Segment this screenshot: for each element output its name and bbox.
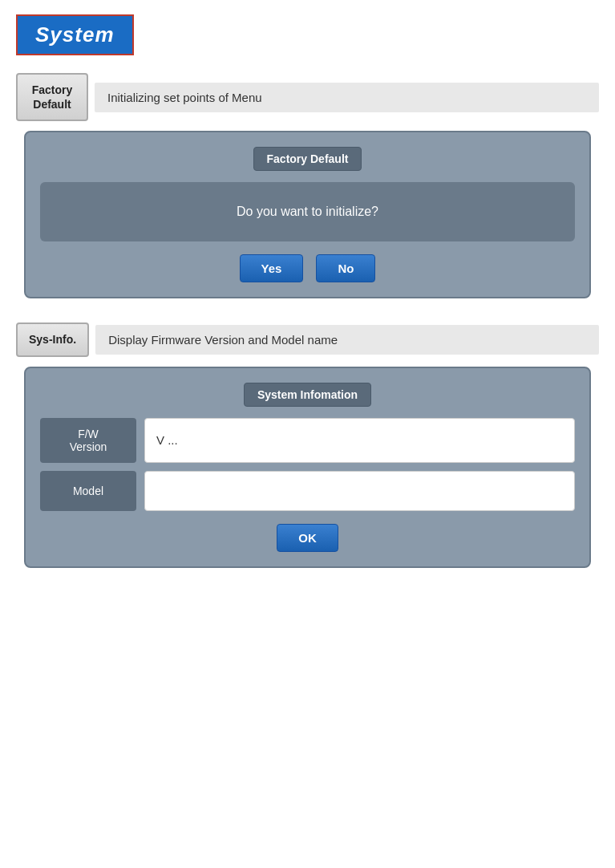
model-label: Model bbox=[40, 471, 136, 511]
sys-info-description: Display Firmware Version and Model name bbox=[95, 325, 599, 355]
no-button[interactable]: No bbox=[316, 254, 375, 282]
factory-default-button[interactable]: Factory Default bbox=[16, 73, 88, 121]
factory-default-dialog: Factory Default Do you want to initializ… bbox=[24, 131, 591, 298]
page-title: System bbox=[35, 22, 115, 47]
factory-default-section-row: Factory Default Initializing set points … bbox=[16, 73, 599, 121]
sys-info-dialog-title: System Infomation bbox=[244, 383, 371, 407]
sys-info-button[interactable]: Sys-Info. bbox=[16, 322, 89, 356]
sys-info-dialog: System Infomation F/W Version V ... Mode… bbox=[24, 367, 591, 568]
factory-default-description: Initializing set points of Menu bbox=[95, 83, 599, 112]
ok-wrapper: OK bbox=[40, 524, 575, 552]
yes-button[interactable]: Yes bbox=[240, 254, 304, 282]
dialog-title-wrapper: Factory Default bbox=[40, 147, 575, 182]
factory-default-dialog-body: Do you want to initialize? bbox=[40, 182, 575, 241]
factory-default-question: Do you want to initialize? bbox=[237, 205, 378, 218]
factory-default-buttons: Yes No bbox=[40, 254, 575, 282]
sys-info-section-row: Sys-Info. Display Firmware Version and M… bbox=[16, 322, 599, 356]
model-value bbox=[144, 471, 575, 511]
sysinfo-title-wrapper: System Infomation bbox=[40, 383, 575, 418]
fw-version-label: F/W Version bbox=[40, 418, 136, 463]
factory-default-dialog-title: Factory Default bbox=[253, 147, 362, 171]
page-header: System bbox=[16, 14, 134, 55]
sysinfo-grid: F/W Version V ... Model bbox=[40, 418, 575, 511]
fw-version-value: V ... bbox=[144, 418, 575, 463]
ok-button[interactable]: OK bbox=[277, 524, 338, 552]
